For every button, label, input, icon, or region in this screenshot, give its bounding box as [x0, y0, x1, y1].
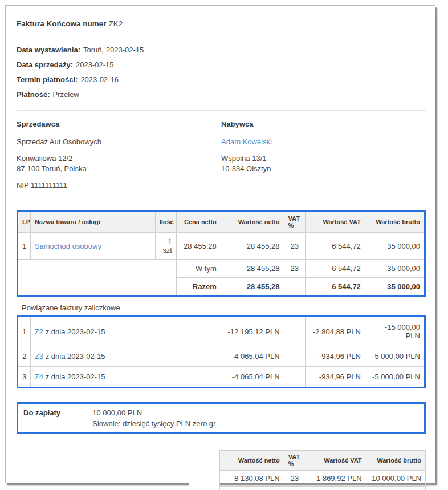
col-header-net: Wartość netto: [221, 211, 284, 233]
sale-date-value: 2023-02-15: [76, 60, 114, 69]
items-empty-cell: [18, 260, 177, 297]
item-unit-net: 28 455,28: [176, 233, 221, 260]
advance-invoice-link[interactable]: Z4: [35, 372, 43, 381]
payment-deadline-line: Termin płatności:2023-02-16: [17, 72, 426, 87]
seller-block: Sprzedawca Sprzedaż Aut Osobowych Konwal…: [17, 120, 221, 189]
item-row: 1 Samochód osobowy 1 szt 28 455,28 28 45…: [18, 233, 425, 260]
page-title: Faktura Końcowa numerZK2: [17, 19, 426, 28]
issue-date-line: Data wystawienia:Toruń, 2023-02-15: [17, 43, 426, 58]
invoice-number: ZK2: [109, 19, 123, 28]
seller-address-line2: 87-100 Toruń, Polska: [17, 164, 221, 174]
summary-header-row: Wartość netto VAT % Wartość VAT Wartość …: [189, 451, 426, 471]
advance-row-text: z dnia 2023-02-15: [46, 352, 105, 361]
w-tym-net: 28 455,28: [221, 260, 284, 278]
item-vat: 6 544,72: [305, 233, 365, 260]
advance-gross: -5 000,00 PLN: [365, 346, 425, 367]
advance-vat-rate-empty: [284, 367, 305, 388]
summary-col-vat: Wartość VAT: [306, 451, 366, 471]
summary-total-row: Razem 8 130,08 PLN 1 869,92 PLN 10 000,0…: [189, 487, 426, 490]
item-vat-rate: 23: [284, 233, 305, 260]
issue-date-value: Toruń, 2023-02-15: [83, 46, 144, 54]
advance-row: 1 Z2 z dnia 2023-02-15 -12 195,12 PLN -2…: [18, 317, 425, 346]
payment-method-value: Przelew: [53, 90, 79, 99]
advance-invoice-link[interactable]: Z2: [35, 327, 43, 336]
vat-summary-section: Wartość netto VAT % Wartość VAT Wartość …: [17, 450, 426, 490]
item-qty: 1 szt: [155, 233, 176, 260]
items-total-label: Razem: [176, 278, 221, 297]
payment-due-box: Do zapłaty 10 000,00 PLN Słownie: dziesi…: [17, 402, 426, 434]
advance-row: 3 Z4 z dnia 2023-02-15 -4 065,04 PLN -93…: [18, 367, 425, 388]
sale-date-line: Data sprzedaży:2023-02-15: [17, 58, 426, 72]
buyer-address-line2: 10-334 Olsztyn: [221, 164, 426, 174]
col-header-vat-rate: VAT %: [284, 211, 305, 233]
invoice-page: Faktura Końcowa numerZK2 Data wystawieni…: [5, 5, 435, 483]
summary-total-label: Razem: [189, 487, 219, 490]
summary-total-vat: 1 869,92 PLN: [306, 487, 366, 490]
summary-vat-rate: 23: [284, 471, 306, 487]
issue-date-label: Data wystawienia:: [17, 46, 80, 54]
payment-deadline-value: 2023-02-16: [80, 75, 119, 84]
advance-vat: -934,96 PLN: [305, 346, 365, 367]
advance-invoices-heading: Powiązane faktury zaliczkowe: [22, 303, 426, 312]
items-total-gross: 35 000,00: [365, 278, 425, 297]
advance-vat: -2 804,88 PLN: [305, 317, 365, 346]
summary-total-gross: 10 000,00 PLN: [366, 487, 425, 490]
buyer-name-link[interactable]: Adam Kowalski: [221, 137, 272, 146]
summary-total-vat-rate-empty: [284, 487, 306, 490]
item-gross: 35 000,00: [365, 233, 425, 260]
invoice-items-table: LP Nazwa towaru / usługi Ilość Cena nett…: [17, 210, 426, 297]
seller-nip: NIP 1111111111: [17, 181, 221, 189]
items-total-net: 28 455,28: [221, 278, 284, 297]
payment-due-label: Do zapłaty: [18, 407, 92, 429]
payment-deadline-label: Termin płatności:: [17, 75, 78, 84]
col-header-name: Nazwa towaru / usługi: [30, 211, 155, 233]
payment-due-in-words: Słownie: dziesięć tysięcy PLN zero gr: [92, 418, 215, 429]
items-total-vat: 6 544,72: [305, 278, 365, 297]
buyer-block: Nabywca Adam Kowalski Wspólna 13/1 10-33…: [221, 120, 426, 189]
col-header-qty: Ilość: [155, 211, 176, 233]
summary-value-row: 8 130,08 PLN 23 1 869,92 PLN 10 000,00 P…: [189, 471, 426, 487]
advance-row-text: z dnia 2023-02-15: [46, 372, 105, 381]
advance-lp: 1: [18, 317, 31, 346]
w-tym-vat-rate: 23: [284, 260, 305, 278]
w-tym-gross: 35 000,00: [365, 260, 425, 278]
item-name-link[interactable]: Samochód osobowy: [35, 242, 101, 250]
items-total-vat-rate-empty: [284, 278, 305, 297]
col-header-gross: Wartość brutto: [365, 211, 425, 233]
invoice-meta: Data wystawienia:Toruń, 2023-02-15 Data …: [17, 43, 426, 102]
advance-gross: -5 000,00 PLN: [365, 367, 425, 388]
seller-address-line1: Konwaliowa 12/2: [17, 153, 221, 164]
advance-lp: 2: [18, 346, 31, 367]
summary-col-net: Wartość netto: [219, 451, 284, 471]
vat-summary-table: Wartość netto VAT % Wartość VAT Wartość …: [189, 450, 426, 490]
advance-net: -4 065,04 PLN: [221, 367, 284, 388]
advance-invoices-table: 1 Z2 z dnia 2023-02-15 -12 195,12 PLN -2…: [17, 315, 426, 388]
summary-col-vat-rate: VAT %: [284, 451, 306, 471]
buyer-address-line1: Wspólna 13/1: [221, 153, 426, 164]
w-tym-vat: 6 544,72: [305, 260, 365, 278]
advance-net: -4 065,04 PLN: [221, 346, 284, 367]
item-lp: 1: [18, 233, 31, 260]
col-header-lp: LP: [18, 211, 31, 233]
advance-lp: 3: [18, 367, 31, 388]
summary-row-spacer: [189, 471, 219, 487]
invoice-title-label: Faktura Końcowa numer: [17, 19, 107, 28]
col-header-vat: Wartość VAT: [305, 211, 365, 233]
advance-vat-rate-empty: [284, 346, 305, 367]
summary-net: 8 130,08 PLN: [219, 471, 284, 487]
advance-vat: -934,96 PLN: [305, 367, 365, 388]
items-header-row: LP Nazwa towaru / usługi Ilość Cena nett…: [18, 211, 425, 233]
advance-row-text: z dnia 2023-02-15: [46, 327, 105, 336]
parties-section: Sprzedawca Sprzedaż Aut Osobowych Konwal…: [17, 120, 426, 189]
buyer-heading: Nabywca: [221, 120, 426, 128]
advance-gross: -15 000,00 PLN: [365, 317, 425, 346]
payment-method-line: Płatność:Przelew: [17, 87, 426, 102]
summary-vat: 1 869,92 PLN: [306, 471, 366, 487]
payment-due-amount: 10 000,00 PLN: [92, 407, 215, 418]
advance-row: 2 Z3 z dnia 2023-02-15 -4 065,04 PLN -93…: [18, 346, 425, 367]
seller-heading: Sprzedawca: [17, 120, 221, 128]
section-divider: [17, 110, 426, 111]
seller-name: Sprzedaż Aut Osobowych: [17, 137, 221, 146]
col-header-unit-net: Cena netto: [176, 211, 221, 233]
advance-invoice-link[interactable]: Z3: [35, 352, 43, 361]
